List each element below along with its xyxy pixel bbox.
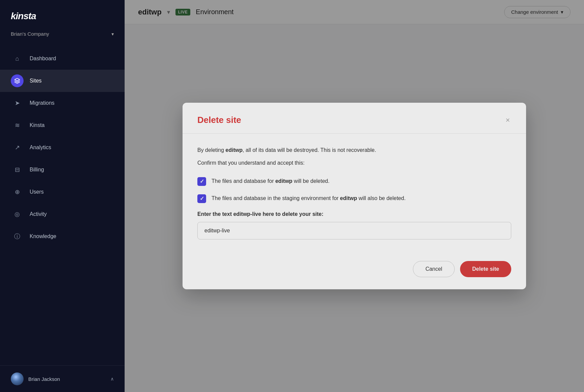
company-chevron: ▾ [111,31,114,37]
sidebar-item-migrations[interactable]: ➤ Migrations [0,92,125,114]
delete-site-modal: Delete site × By deleting editwp, all of… [183,103,526,289]
sidebar-item-label: Migrations [30,100,55,106]
svg-marker-0 [15,78,20,81]
checkbox-2[interactable]: ✓ [197,194,206,203]
user-profile[interactable]: Brian Jackson ∧ [0,365,125,392]
sidebar-item-label: Activity [30,211,47,217]
sidebar-item-dashboard[interactable]: ⌂ Dashboard [0,47,125,70]
sidebar-item-label: Sites [30,78,42,84]
sidebar-item-label: Billing [30,167,44,173]
avatar [11,372,24,385]
modal-header: Delete site × [183,103,526,134]
sidebar-item-kinsta[interactable]: ≋ Kinsta [0,114,125,136]
checkbox-2-site: editwp [340,195,357,201]
activity-icon: ◎ [11,208,24,221]
checkbox-1[interactable]: ✓ [197,177,206,186]
users-icon: ⊕ [11,186,24,198]
modal-overlay: Delete site × By deleting editwp, all of… [125,0,584,392]
sidebar-item-knowledge[interactable]: ⓘ Knowledge [0,225,125,248]
dashboard-icon: ⌂ [11,52,24,65]
user-name: Brian Jackson [28,376,106,382]
delete-site-button[interactable]: Delete site [460,261,511,277]
sidebar-item-activity[interactable]: ◎ Activity [0,203,125,225]
modal-description: By deleting editwp, all of its data will… [197,146,511,155]
sidebar-item-label: Users [30,189,44,195]
sidebar-item-users[interactable]: ⊕ Users [0,181,125,203]
modal-close-button[interactable]: × [504,115,511,125]
billing-icon: ⊟ [11,163,24,176]
checkmark-icon: ✓ [200,195,204,202]
checkbox-2-label: The files and database in the staging en… [212,194,405,203]
sidebar-item-label: Analytics [30,144,51,151]
checkbox-1-site: editwp [275,178,292,184]
site-name-bold: editwp [226,147,243,153]
modal-body: By deleting editwp, all of its data will… [183,134,526,251]
sidebar-item-analytics[interactable]: ↗ Analytics [0,136,125,159]
input-label: Enter the text editwp-live here to delet… [197,211,511,217]
sidebar-item-label: Dashboard [30,56,56,62]
main-area: editwp ▾ LIVE Environment Change environ… [125,0,584,392]
sidebar-item-label: Kinsta [30,122,44,128]
knowledge-icon: ⓘ [11,230,24,243]
modal-footer: Cancel Delete site [183,252,526,289]
sidebar-item-billing[interactable]: ⊟ Billing [0,159,125,181]
sidebar-item-label: Knowledge [30,233,56,239]
sites-icon [11,74,24,87]
delete-confirmation-input[interactable] [197,222,511,239]
analytics-icon: ↗ [11,141,24,154]
migrations-icon: ➤ [11,97,24,109]
checkmark-icon: ✓ [200,178,204,185]
kinsta-icon: ≋ [11,119,24,132]
company-selector[interactable]: Brian's Company ▾ [0,28,125,45]
sidebar-logo: kinsta [0,0,125,28]
checkbox-1-label: The files and database for editwp will b… [212,177,329,186]
confirm-prompt: Confirm that you understand and accept t… [197,159,511,167]
sidebar-nav: ⌂ Dashboard Sites ➤ Migrations ≋ Kinsta … [0,45,125,365]
cancel-button[interactable]: Cancel [413,261,455,277]
checkbox-row-1: ✓ The files and database for editwp will… [197,177,511,186]
desc-suffix: , all of its data will be destroyed. Thi… [242,147,376,153]
modal-title: Delete site [197,115,241,125]
user-chevron-icon: ∧ [110,376,114,382]
checkbox-row-2: ✓ The files and database in the staging … [197,194,511,203]
sidebar-item-sites[interactable]: Sites [0,70,125,92]
company-name: Brian's Company [11,31,49,37]
sidebar: kinsta Brian's Company ▾ ⌂ Dashboard Sit… [0,0,125,392]
logo-text: kinsta [11,11,36,21]
